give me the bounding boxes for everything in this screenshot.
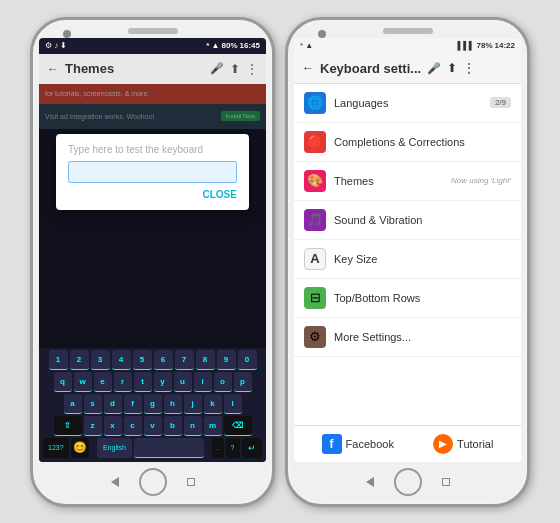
phones-container: ⚙ ♪ ⬇ * ▲ 80% 16:45 ← Themes 🎤 ⬆ ⋮ for (20, 7, 540, 517)
settings-item-languages[interactable]: 🌐 Languages 2/9 (294, 84, 521, 123)
settings-item-sound[interactable]: 🎵 Sound & Vibration (294, 201, 521, 240)
more-icon-right[interactable]: ⋮ (463, 61, 475, 75)
key-w[interactable]: w (74, 372, 92, 392)
back-button-right[interactable]: ← (302, 61, 314, 75)
key-language[interactable]: English (97, 438, 132, 458)
key-b[interactable]: b (164, 416, 182, 436)
phone-bottom-right (288, 462, 527, 504)
facebook-label: Facebook (346, 438, 394, 450)
status-icons-text-right: * ▲ (300, 41, 313, 50)
tutorial-label: Tutorial (457, 438, 493, 450)
key-row-qwerty: q w e r t y u i o p (41, 372, 264, 392)
key-o[interactable]: o (214, 372, 232, 392)
key-8[interactable]: 8 (196, 350, 215, 370)
key-1[interactable]: 1 (49, 350, 68, 370)
dialog-input-field[interactable] (68, 161, 237, 183)
sound-label: Sound & Vibration (334, 214, 511, 226)
left-phone: ⚙ ♪ ⬇ * ▲ 80% 16:45 ← Themes 🎤 ⬆ ⋮ for (30, 17, 275, 507)
back-nav-left[interactable] (111, 477, 119, 487)
key-v[interactable]: v (144, 416, 162, 436)
home-nav-left[interactable] (139, 468, 167, 496)
key-symbols[interactable]: 123? (43, 438, 69, 458)
key-t[interactable]: t (134, 372, 152, 392)
back-button-left[interactable]: ← (47, 62, 59, 76)
facebook-button[interactable]: f Facebook (322, 434, 394, 454)
share-icon-right[interactable]: ⬆ (447, 61, 457, 75)
keysize-label: Key Size (334, 253, 511, 265)
key-n[interactable]: n (184, 416, 202, 436)
completions-label: Completions & Corrections (334, 136, 511, 148)
settings-item-completions[interactable]: 🔴 Completions & Corrections (294, 123, 521, 162)
languages-label: Languages (334, 97, 482, 109)
status-right-right: ▌▌▌ 78% 14:22 (458, 41, 516, 50)
settings-item-topbottom[interactable]: ⊟ Top/Bottom Rows (294, 279, 521, 318)
time-right: 14:22 (495, 41, 515, 50)
key-j[interactable]: j (184, 394, 202, 414)
recents-nav-left[interactable] (187, 478, 195, 486)
key-a[interactable]: a (64, 394, 82, 414)
key-y[interactable]: y (154, 372, 172, 392)
more-icon-left[interactable]: ⋮ (246, 62, 258, 76)
key-4[interactable]: 4 (112, 350, 131, 370)
key-shift[interactable]: ⇧ (54, 416, 82, 436)
key-period[interactable]: . (212, 438, 224, 458)
key-k[interactable]: k (204, 394, 222, 414)
key-e[interactable]: e (94, 372, 112, 392)
key-r[interactable]: r (114, 372, 132, 392)
key-h[interactable]: h (164, 394, 182, 414)
back-nav-right[interactable] (366, 477, 374, 487)
home-nav-right[interactable] (394, 468, 422, 496)
key-6[interactable]: 6 (154, 350, 173, 370)
key-p[interactable]: p (234, 372, 252, 392)
dialog-overlay: Type here to test the keyboard CLOSE (39, 84, 266, 348)
key-emoji[interactable]: 😊 (71, 438, 90, 458)
key-l[interactable]: l (224, 394, 242, 414)
key-u[interactable]: u (174, 372, 192, 392)
settings-item-more[interactable]: ⚙ More Settings... (294, 318, 521, 357)
key-g[interactable]: g (144, 394, 162, 414)
key-s[interactable]: s (84, 394, 102, 414)
settings-item-keysize[interactable]: A Key Size (294, 240, 521, 279)
key-5[interactable]: 5 (133, 350, 152, 370)
key-f[interactable]: f (124, 394, 142, 414)
key-2[interactable]: 2 (70, 350, 89, 370)
key-9[interactable]: 9 (217, 350, 236, 370)
mic-icon-left: 🎤 (210, 62, 224, 75)
share-icon-left[interactable]: ⬆ (230, 62, 240, 76)
topbottom-label: Top/Bottom Rows (334, 292, 511, 304)
key-c[interactable]: c (124, 416, 142, 436)
speaker-left (128, 28, 178, 34)
phone-top-right (288, 20, 527, 38)
more-label: More Settings... (334, 331, 511, 343)
camera-left (63, 30, 71, 38)
key-q[interactable]: q (54, 372, 72, 392)
key-7[interactable]: 7 (175, 350, 194, 370)
sound-icon: 🎵 (304, 209, 326, 231)
themes-label: Themes (334, 175, 443, 187)
screen-right: * ▲ ▌▌▌ 78% 14:22 ← Keyboard setti... 🎤 … (294, 38, 521, 462)
key-z[interactable]: z (84, 416, 102, 436)
dialog-close-button[interactable]: CLOSE (203, 189, 237, 200)
key-question[interactable]: ? (226, 438, 240, 458)
key-i[interactable]: i (194, 372, 212, 392)
key-delete[interactable]: ⌫ (224, 416, 252, 436)
time-left: 16:45 (240, 41, 260, 50)
key-x[interactable]: x (104, 416, 122, 436)
settings-list: 🌐 Languages 2/9 🔴 Completions & Correcti… (294, 84, 521, 425)
keyboard-left: 1 2 3 4 5 6 7 8 9 0 q w e r t (39, 348, 266, 462)
key-return[interactable]: ↵ (242, 438, 263, 458)
recents-nav-right[interactable] (442, 478, 450, 486)
key-0[interactable]: 0 (238, 350, 257, 370)
key-m[interactable]: m (204, 416, 222, 436)
settings-item-themes[interactable]: 🎨 Themes Now using 'Light' (294, 162, 521, 201)
key-d[interactable]: d (104, 394, 122, 414)
dialog-actions: CLOSE (68, 189, 237, 200)
battery-right: 78% (477, 41, 493, 50)
tutorial-button[interactable]: ▶ Tutorial (433, 434, 493, 454)
speaker-right (383, 28, 433, 34)
key-3[interactable]: 3 (91, 350, 110, 370)
tutorial-icon: ▶ (433, 434, 453, 454)
key-space[interactable] (134, 438, 204, 458)
bottom-bar-right: f Facebook ▶ Tutorial (294, 425, 521, 462)
key-row-bottom: 123? 😊 English . ? ↵ (41, 438, 264, 458)
